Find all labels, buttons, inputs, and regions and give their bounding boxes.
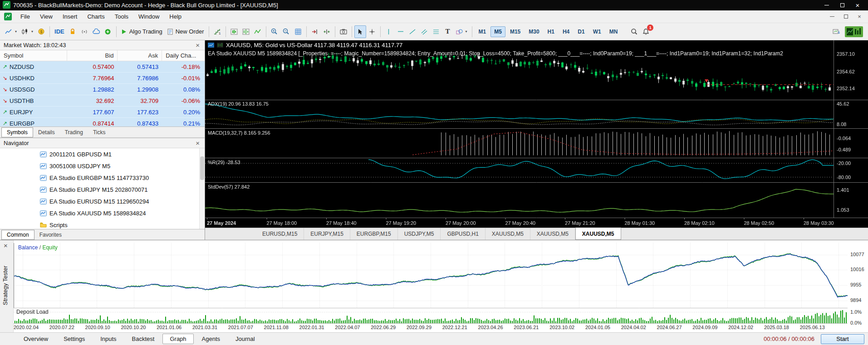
scrollbar-thumb[interactable] (200, 156, 204, 180)
cursor-tool-icon[interactable] (354, 25, 366, 38)
timeframe-m5-button[interactable]: M5 (490, 26, 505, 37)
chart-type-candle-icon[interactable]: ▾ (19, 25, 35, 38)
tester-tab-graph[interactable]: Graph (162, 334, 193, 344)
quotes-dollar-icon[interactable]: $ (35, 25, 47, 38)
mini-equity-widget-icon[interactable] (843, 25, 865, 38)
navigator-item[interactable]: EA Studio EURUSD M15 1129650294 (0, 195, 205, 207)
tester-tab-inputs[interactable]: Inputs (93, 334, 123, 344)
window-close-button[interactable]: × (850, 0, 865, 10)
start-button[interactable]: Start (821, 334, 864, 344)
tester-tab-overview[interactable]: Overview (16, 334, 55, 344)
menu-tools[interactable]: Tools (110, 11, 133, 22)
close-market-watch-button[interactable]: × (194, 42, 201, 49)
timeframe-w1-button[interactable]: W1 (589, 26, 605, 37)
timeframe-m30-button[interactable]: M30 (525, 26, 543, 37)
chart-tab-4[interactable]: GBPUSD,H1 (441, 228, 485, 240)
algo-trading-button[interactable]: Algo Trading (119, 25, 165, 38)
navigator-folder-scripts[interactable]: Scripts (0, 219, 205, 229)
timeframe-mn-button[interactable]: MN (606, 26, 622, 37)
tab-common[interactable]: Common (1, 230, 34, 240)
menu-window[interactable]: Window (133, 11, 164, 22)
tab-favorites[interactable]: Favorites (34, 230, 67, 239)
menu-insert[interactable]: Insert (58, 11, 83, 22)
strategy-tester-side-label[interactable]: Strategy Tester (2, 266, 9, 305)
lock-icon[interactable] (67, 25, 78, 38)
crosshair-tool-icon[interactable] (366, 25, 378, 38)
tester-tab-backtest[interactable]: Backtest (125, 334, 162, 344)
tester-tab-journal[interactable]: Journal (228, 334, 262, 344)
zoom-in-icon[interactable] (269, 25, 280, 38)
grid-icon[interactable] (292, 25, 304, 38)
window-minimize-button[interactable] (819, 0, 834, 10)
signal-icon[interactable] (78, 25, 90, 38)
menu-file[interactable]: File (15, 11, 35, 22)
fibo-tool-icon[interactable] (430, 25, 442, 38)
new-order-button[interactable]: New Order (165, 25, 206, 38)
screenshot-icon[interactable] (338, 25, 349, 38)
market-watch-row[interactable]: ↘USDTHB32.69232.709-0.06% (0, 95, 205, 107)
navigator-item[interactable]: 30051008 USDJPY M5 (0, 160, 205, 172)
chart-tab-7[interactable]: XAUUSD,M5 (575, 228, 621, 240)
notifications-bell-icon[interactable]: 1 (640, 25, 652, 38)
timeframe-h4-button[interactable]: H4 (559, 26, 573, 37)
navigator-item[interactable]: EA Studio EURGBP M15 1147733730 (0, 172, 205, 184)
menu-charts[interactable]: Charts (82, 11, 109, 22)
market-watch-row[interactable]: ↗EURJPY177.607177.6230.20% (0, 107, 205, 118)
shift-chart-icon[interactable] (309, 25, 321, 38)
column-header-2[interactable]: Ask (118, 50, 162, 61)
window-restore-button[interactable] (834, 0, 850, 10)
price-chart-canvas[interactable] (205, 40, 868, 228)
timeframe-h1-button[interactable]: H1 (544, 26, 558, 37)
tester-tab-settings[interactable]: Settings (56, 334, 92, 344)
tester-tab-agents[interactable]: Agents (195, 334, 227, 344)
chart-minimize-button[interactable] (825, 12, 839, 22)
chart-type-line-icon[interactable]: ▾ (3, 25, 19, 38)
column-header-3[interactable]: Daily Cha... (162, 50, 205, 61)
menu-view[interactable]: View (35, 11, 58, 22)
chart-close-button[interactable]: × (853, 12, 866, 22)
market-data-download-icon[interactable] (830, 25, 843, 38)
navigator-item[interactable]: EA Studio XAUUSD M5 1589834824 (0, 207, 205, 219)
vertical-line-tool-icon[interactable] (383, 25, 395, 38)
chart-tab-5[interactable]: XAUUSD,M5 (485, 228, 530, 240)
close-navigator-button[interactable]: × (194, 140, 201, 146)
market-watch-row[interactable]: ↗NZDUSD0.574000.57413-0.18% (0, 61, 205, 73)
search-icon[interactable] (628, 25, 640, 38)
navigator-item[interactable]: 20011201 GBPUSD M1 (0, 148, 205, 160)
zoom-out-icon[interactable] (280, 25, 292, 38)
timeframe-d1-button[interactable]: D1 (574, 26, 588, 37)
bars-expand-icon[interactable] (240, 25, 252, 38)
timeframe-m15-button[interactable]: M15 (506, 26, 524, 37)
add-account-icon[interactable] (102, 25, 114, 38)
chart-tab-6[interactable]: XAUUSD,M5 (530, 228, 575, 240)
tab-trading[interactable]: Trading (60, 128, 88, 137)
ide-button[interactable]: IDE (52, 25, 67, 38)
timeframe-m1-button[interactable]: M1 (475, 26, 490, 37)
auto-shift-icon[interactable] (321, 25, 333, 38)
zigzag-icon[interactable] (252, 25, 264, 38)
cloud-icon[interactable] (90, 25, 102, 38)
close-tester-button[interactable]: × (4, 242, 8, 249)
column-header-1[interactable]: Bid (67, 50, 118, 61)
horizontal-line-tool-icon[interactable] (395, 25, 407, 38)
column-header-0[interactable]: Symbol (0, 50, 67, 61)
chart-tab-0[interactable]: EURUSD,M15 (256, 228, 304, 240)
trendline-tool-icon[interactable] (407, 25, 418, 38)
chart-restore-button[interactable] (839, 12, 853, 22)
market-watch-row[interactable]: ↘USDSGD1.298821.299080.08% (0, 84, 205, 95)
chart-tab-2[interactable]: EURGBP,M15 (350, 228, 398, 240)
navigator-scrollbar[interactable] (199, 148, 205, 229)
chart-tab-1[interactable]: EURJPY,M15 (304, 228, 350, 240)
navigator-item[interactable]: EA Studio EURJPY M15 2028070071 (0, 184, 205, 195)
menu-help[interactable]: Help (164, 11, 186, 22)
tab-details[interactable]: Details (33, 128, 60, 137)
tab-symbols[interactable]: Symbols (1, 127, 33, 137)
text-tool-button[interactable]: T (442, 25, 454, 38)
bars-compress-icon[interactable] (228, 25, 240, 38)
market-watch-row[interactable]: ↗EURGBP0.874140.874330.21% (0, 118, 205, 127)
autoscale-icon[interactable]: 1 (211, 25, 223, 38)
tab-ticks[interactable]: Ticks (88, 128, 111, 137)
chart-tab-3[interactable]: USDJPY,M5 (398, 228, 441, 240)
market-watch-row[interactable]: ↘USDHKD7.769647.76986-0.01% (0, 73, 205, 84)
channel-tool-icon[interactable] (418, 25, 430, 38)
